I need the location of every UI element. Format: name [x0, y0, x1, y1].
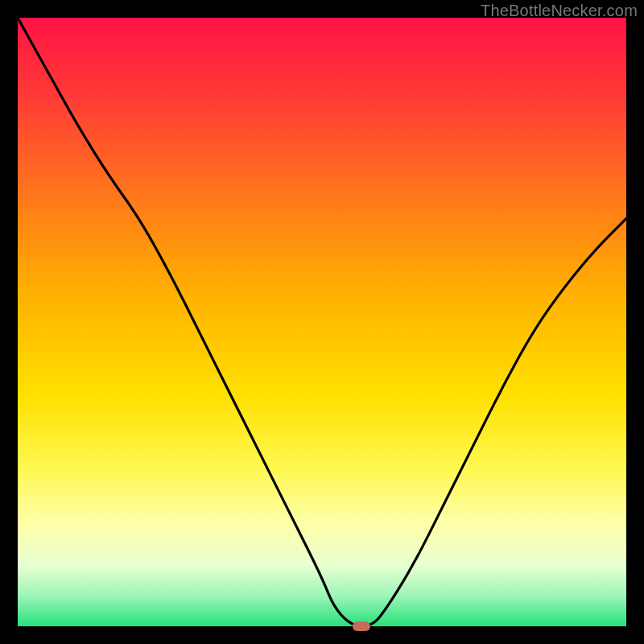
bottleneck-curve [18, 18, 626, 626]
plot-area [18, 18, 626, 626]
optimum-marker [353, 621, 370, 631]
curve-path [18, 18, 626, 626]
watermark-text: TheBottleNecker.com [481, 2, 638, 20]
chart-stage: TheBottleNecker.com [0, 0, 644, 644]
